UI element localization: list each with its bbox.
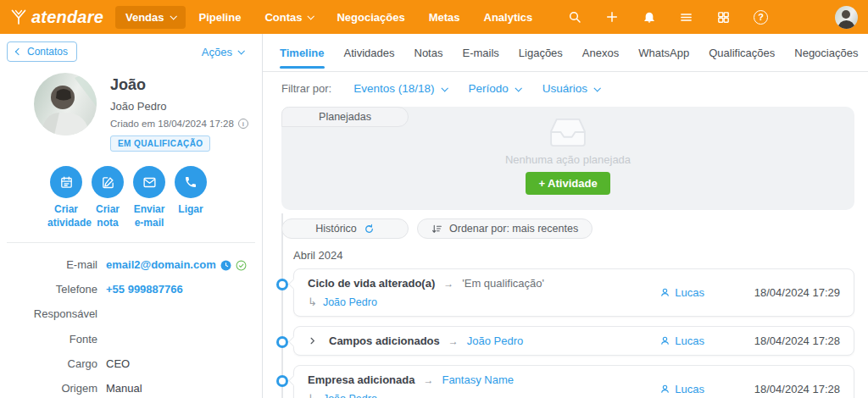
topbar-icons: ? (567, 6, 858, 29)
phone-link[interactable]: +55 999887766 (106, 281, 183, 298)
contact-fields: E-mail email2@domain.com Telefone (0, 243, 262, 398)
person-icon (659, 384, 670, 395)
timeline-event-card[interactable]: Empresa adicionada → Fantasy Name ↳ João… (293, 365, 854, 398)
call-button[interactable]: Ligar (172, 166, 209, 229)
nav-item-vendas[interactable]: Vendas (115, 6, 186, 29)
event-user[interactable]: Lucas (659, 383, 704, 395)
envelope-icon (133, 166, 165, 198)
user-avatar[interactable] (835, 6, 858, 29)
info-icon[interactable]: i (238, 119, 248, 129)
create-note-button[interactable]: Criar nota (89, 166, 126, 229)
back-to-contacts-button[interactable]: Contatos (7, 41, 77, 62)
quick-action-label: Criar nota (89, 203, 126, 229)
event-title: Ciclo de vida alterado(a) (308, 277, 435, 290)
contact-profile: João João Pedro Criado em 18/04/2024 17:… (0, 62, 262, 152)
chevron-left-icon (15, 48, 22, 55)
atendare-logo[interactable]: atendare (10, 8, 103, 27)
refresh-icon[interactable] (364, 224, 375, 235)
tab-ligacoes[interactable]: Ligações (519, 34, 563, 71)
filter-eventos-label: Eventos (18/18) (353, 82, 434, 95)
help-icon[interactable]: ? (754, 10, 768, 25)
add-activity-button[interactable]: + Atividade (526, 172, 609, 195)
lifecycle-status-badge: EM QUALIFICAÇÃO (110, 135, 210, 152)
nav-label: Metas (429, 11, 460, 24)
contact-avatar (34, 73, 97, 135)
tab-negociacoes[interactable]: Negociações (794, 34, 858, 71)
tab-anexos[interactable]: Anexos (582, 34, 619, 71)
event-contact-link[interactable]: João Pedro (467, 334, 524, 347)
detail-tabs: Timeline Atividades Notas E-mails Ligaçõ… (263, 34, 868, 72)
notifications-bell-icon[interactable] (642, 10, 656, 25)
filter-eventos-dropdown[interactable]: Eventos (18/18) (353, 82, 446, 95)
tab-timeline[interactable]: Timeline (280, 34, 325, 71)
timeline-panel: Timeline Atividades Notas E-mails Ligaçõ… (263, 34, 868, 398)
note-pencil-icon (92, 166, 124, 198)
person-icon (659, 287, 670, 298)
apps-grid-icon[interactable] (716, 10, 731, 25)
send-email-button[interactable]: Enviar e-mail (131, 166, 168, 229)
event-contact-link[interactable]: João Pedro (323, 393, 377, 398)
event-contact-link[interactable]: João Pedro (323, 296, 377, 308)
timeline-event-card[interactable]: Campos adicionados → João Pedro Lucas 18… (293, 326, 854, 356)
tab-atividades[interactable]: Atividades (344, 34, 395, 71)
arrow-right-icon: → (443, 278, 453, 290)
chevron-down-icon (515, 85, 521, 91)
nav-item-metas[interactable]: Metas (419, 6, 470, 29)
email-history-icon[interactable] (220, 260, 231, 271)
crm-app: atendare Vendas Pipeline Contas Negociaç… (0, 0, 868, 398)
event-title: Empresa adicionada (308, 373, 415, 386)
field-label: Origem (0, 380, 97, 397)
filter-usuarios-dropdown[interactable]: Usuários (542, 82, 599, 95)
inbox-tray-icon (548, 117, 587, 147)
tab-qualificacoes[interactable]: Qualificações (709, 34, 775, 71)
event-date: 18/04/2024 17:29 (704, 286, 840, 299)
quick-action-label: Ligar (172, 203, 209, 217)
expand-chevron-icon[interactable] (308, 336, 317, 345)
event-title: Campos adicionados (329, 334, 440, 347)
search-icon[interactable] (567, 10, 581, 25)
event-target: 'Em qualificação' (462, 277, 544, 290)
nav-label: Contas (264, 11, 302, 24)
nav-label: Pipeline (199, 11, 242, 24)
sort-icon (431, 224, 442, 235)
activity-list-icon[interactable] (679, 10, 693, 25)
field-origem: Origem Manual (0, 380, 262, 397)
created-text: Criado em 18/04/2024 17:28 (110, 119, 234, 129)
filter-periodo-dropdown[interactable]: Período (469, 82, 520, 95)
event-user-name: Lucas (675, 383, 704, 395)
event-user[interactable]: Lucas (659, 286, 704, 299)
nav-label: Negociações (337, 11, 404, 24)
nav-item-pipeline[interactable]: Pipeline (189, 6, 252, 29)
tab-notas[interactable]: Notas (415, 34, 443, 71)
timeline-events: Ciclo de vida alterado(a) → 'Em qualific… (293, 268, 854, 398)
contact-full-name: João Pedro (110, 100, 248, 113)
nav-label: Analytics (484, 11, 533, 24)
sort-order-button[interactable]: Ordenar por: mais recentes (417, 218, 593, 239)
history-section-title: Histórico (281, 218, 409, 239)
actions-dropdown[interactable]: Ações (202, 46, 243, 58)
event-user[interactable]: Lucas (659, 334, 704, 347)
field-value: CEO (106, 356, 130, 373)
nav-item-contas[interactable]: Contas (254, 6, 323, 29)
empty-planned-text: Nenhuma ação planejada (505, 153, 631, 166)
field-telefone: Telefone +55 999887766 (0, 281, 262, 298)
timeline-event-card[interactable]: Ciclo de vida alterado(a) → 'Em qualific… (293, 268, 854, 317)
add-plus-icon[interactable] (604, 10, 619, 25)
event-company-link[interactable]: Fantasy Name (442, 373, 514, 386)
field-label: E-mail (0, 257, 97, 274)
nav-item-analytics[interactable]: Analytics (474, 6, 543, 29)
field-email: E-mail email2@domain.com (0, 257, 262, 274)
filter-label: Filtrar por: (281, 82, 331, 95)
history-header: Histórico Ordenar por: mais recentes (281, 218, 854, 239)
field-value: Manual (106, 380, 142, 397)
profile-info: João João Pedro Criado em 18/04/2024 17:… (110, 73, 248, 152)
nav-item-negociacoes[interactable]: Negociações (326, 6, 415, 29)
arrow-right-icon: → (448, 335, 459, 347)
chevron-down-icon (441, 85, 448, 91)
create-activity-button[interactable]: Criar atividade (47, 166, 85, 229)
tab-whatsapp[interactable]: WhatsApp (638, 34, 689, 71)
event-user-name: Lucas (675, 334, 704, 347)
tab-emails[interactable]: E-mails (462, 34, 498, 71)
email-link[interactable]: email2@domain.com (106, 257, 216, 274)
top-navigation-bar: atendare Vendas Pipeline Contas Negociaç… (0, 0, 868, 34)
